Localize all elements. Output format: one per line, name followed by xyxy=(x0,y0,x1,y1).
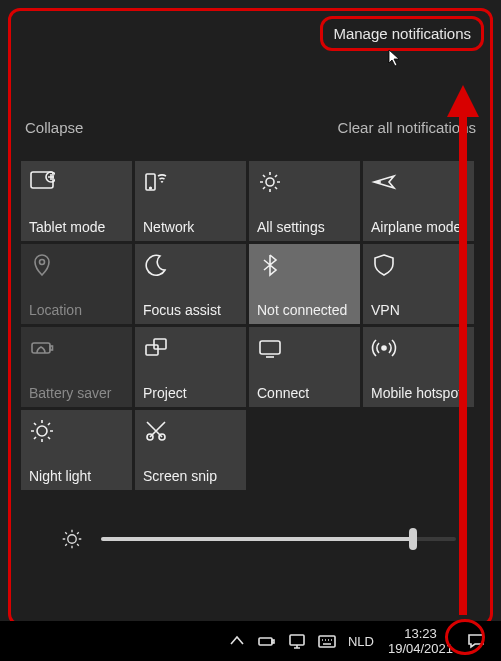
network-icon xyxy=(143,169,169,195)
slider-track[interactable] xyxy=(101,537,456,541)
clock-time: 13:23 xyxy=(388,626,453,641)
tile-connect[interactable]: Connect xyxy=(249,327,360,407)
svg-rect-6 xyxy=(32,343,50,353)
tile-night-light[interactable]: Night light xyxy=(21,410,132,490)
hotspot-icon xyxy=(371,335,397,361)
tile-label: Network xyxy=(143,219,242,235)
svg-rect-18 xyxy=(290,635,304,645)
top-row: Manage notifications xyxy=(320,16,484,51)
brightness-icon xyxy=(61,528,83,550)
cursor-icon xyxy=(388,49,402,67)
actions-row: Collapse Clear all notifications xyxy=(25,119,476,136)
clock-date: 19/04/2021 xyxy=(388,641,453,656)
tile-all-settings[interactable]: All settings xyxy=(249,161,360,241)
svg-point-3 xyxy=(150,187,152,189)
tile-screen-snip[interactable]: Screen snip xyxy=(135,410,246,490)
settings-icon xyxy=(257,169,283,195)
tile-vpn[interactable]: VPN xyxy=(363,244,474,324)
tile-label: Not connected xyxy=(257,302,356,318)
tile-label: Tablet mode xyxy=(29,219,128,235)
svg-rect-7 xyxy=(50,346,53,350)
svg-rect-17 xyxy=(272,640,274,643)
tile-mobile-hotspot[interactable]: Mobile hotspot xyxy=(363,327,474,407)
tile-label: Focus assist xyxy=(143,302,242,318)
input-language[interactable]: NLD xyxy=(348,634,374,649)
svg-rect-16 xyxy=(259,638,272,645)
clear-all-link[interactable]: Clear all notifications xyxy=(338,119,476,136)
tile-label: Battery saver xyxy=(29,385,128,401)
vpn-icon xyxy=(371,252,397,278)
tile-label: Airplane mode xyxy=(371,219,470,235)
tile-label: Project xyxy=(143,385,242,401)
tile-location[interactable]: Location xyxy=(21,244,132,324)
ethernet-icon[interactable] xyxy=(288,632,306,650)
location-icon xyxy=(29,252,55,278)
slider-thumb[interactable] xyxy=(409,528,417,550)
battery-icon[interactable] xyxy=(258,632,276,650)
tile-label: Mobile hotspot xyxy=(371,385,470,401)
svg-point-12 xyxy=(37,426,47,436)
action-center-icon[interactable] xyxy=(467,632,485,650)
tray-overflow-icon[interactable] xyxy=(228,632,246,650)
collapse-link[interactable]: Collapse xyxy=(25,119,83,136)
tile-label: Night light xyxy=(29,468,128,484)
tile-bluetooth[interactable]: Not connected xyxy=(249,244,360,324)
tile-battery-saver[interactable]: Battery saver xyxy=(21,327,132,407)
tile-label: VPN xyxy=(371,302,470,318)
tablet-mode-icon xyxy=(29,169,55,195)
tile-label: Screen snip xyxy=(143,468,242,484)
night-light-icon xyxy=(29,418,55,444)
battery-saver-icon xyxy=(29,335,55,361)
tile-airplane-mode[interactable]: Airplane mode xyxy=(363,161,474,241)
focus-assist-icon xyxy=(143,252,169,278)
manage-notifications-link[interactable]: Manage notifications xyxy=(320,16,484,51)
svg-point-11 xyxy=(382,346,386,350)
svg-rect-19 xyxy=(319,636,335,647)
tile-project[interactable]: Project xyxy=(135,327,246,407)
svg-rect-9 xyxy=(154,339,166,349)
slider-fill xyxy=(101,537,413,541)
action-center-panel: Manage notifications Collapse Clear all … xyxy=(8,8,493,626)
tile-tablet-mode[interactable]: Tablet mode xyxy=(21,161,132,241)
svg-point-5 xyxy=(40,260,45,265)
svg-rect-8 xyxy=(146,345,158,355)
quick-actions-grid: Tablet mode Network All settings Air xyxy=(21,161,481,493)
tile-focus-assist[interactable]: Focus assist xyxy=(135,244,246,324)
clock[interactable]: 13:23 19/04/2021 xyxy=(388,626,453,656)
brightness-slider[interactable] xyxy=(61,524,456,554)
touch-keyboard-icon[interactable] xyxy=(318,632,336,650)
svg-rect-10 xyxy=(260,341,280,354)
svg-point-15 xyxy=(68,535,76,543)
svg-rect-0 xyxy=(31,172,53,188)
svg-point-4 xyxy=(266,178,274,186)
tile-label: All settings xyxy=(257,219,356,235)
tile-network[interactable]: Network xyxy=(135,161,246,241)
tile-label: Connect xyxy=(257,385,356,401)
tile-label: Location xyxy=(29,302,128,318)
bluetooth-icon xyxy=(257,252,283,278)
project-icon xyxy=(143,335,169,361)
airplane-icon xyxy=(371,169,397,195)
taskbar: NLD 13:23 19/04/2021 xyxy=(0,621,501,661)
connect-icon xyxy=(257,335,283,361)
screen-snip-icon xyxy=(143,418,169,444)
